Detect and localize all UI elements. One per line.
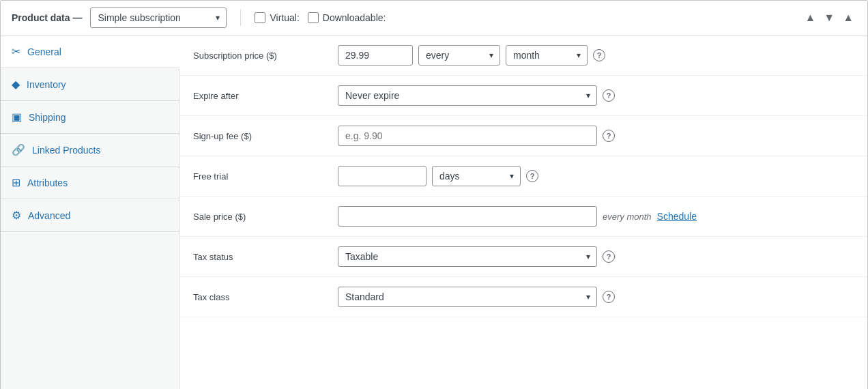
- expire-select[interactable]: Never expire 1 month 2 months 3 months 6…: [338, 85, 597, 106]
- subscription-price-control: every every 2 every 3 day week month yea…: [338, 45, 854, 66]
- downloadable-checkbox[interactable]: [308, 12, 319, 23]
- virtual-checkbox[interactable]: [255, 12, 265, 23]
- free-trial-label: Free trial: [193, 171, 330, 182]
- tax-status-select[interactable]: Taxable Shipping only None: [338, 246, 597, 267]
- product-type-wrapper[interactable]: Simple subscriptionVariable subscription…: [90, 8, 227, 28]
- tax-status-select-wrapper[interactable]: Taxable Shipping only None: [338, 246, 597, 267]
- signup-fee-row: Sign-up fee ($) ?: [179, 116, 867, 156]
- wrench-icon: ✂: [12, 45, 20, 58]
- days-select-wrapper[interactable]: days weeks months: [432, 166, 521, 186]
- arrow-expand-button[interactable]: ▲: [840, 10, 856, 25]
- tax-status-control: Taxable Shipping only None ?: [338, 246, 854, 267]
- sidebar-item-inventory[interactable]: ◆ Inventory: [1, 68, 179, 101]
- virtual-label: Virtual:: [270, 12, 299, 23]
- sidebar-item-general-label: General: [27, 46, 61, 57]
- subscription-price-help-icon: ?: [593, 49, 605, 61]
- days-select[interactable]: days weeks months: [432, 166, 521, 186]
- link-icon: 🔗: [12, 143, 25, 156]
- header-arrows: ▲ ▼ ▲: [802, 10, 856, 25]
- signup-fee-label: Sign-up fee ($): [193, 131, 330, 141]
- downloadable-checkbox-label[interactable]: Downloadable:: [308, 12, 386, 23]
- arrow-down-button[interactable]: ▼: [821, 10, 837, 25]
- subscription-price-input[interactable]: [338, 45, 413, 66]
- main-content: ✂ General ◆ Inventory ▣ Shipping 🔗 Linke…: [1, 35, 867, 389]
- sidebar-item-shipping-label: Shipping: [29, 112, 66, 123]
- sidebar-item-attributes-label: Attributes: [27, 177, 68, 188]
- expire-help-icon: ?: [603, 89, 615, 102]
- inventory-icon: ◆: [12, 78, 20, 91]
- arrow-up-button[interactable]: ▲: [802, 10, 818, 25]
- product-data-title: Product data —: [12, 12, 82, 23]
- every-select-wrapper[interactable]: every every 2 every 3: [418, 45, 500, 66]
- product-type-select[interactable]: Simple subscriptionVariable subscription…: [90, 8, 227, 28]
- expire-after-label: Expire after: [193, 91, 330, 101]
- schedule-link[interactable]: Schedule: [657, 211, 697, 222]
- free-trial-input[interactable]: [338, 166, 426, 186]
- gear-icon: ⚙: [12, 209, 21, 222]
- signup-fee-input[interactable]: [338, 126, 597, 146]
- sidebar-item-linked-products[interactable]: 🔗 Linked Products: [1, 134, 179, 167]
- sidebar-item-inventory-label: Inventory: [27, 79, 66, 90]
- sale-price-control: every month Schedule: [338, 206, 854, 227]
- sale-price-label: Sale price ($): [193, 212, 330, 222]
- product-data-header: Product data — Simple subscriptionVariab…: [1, 1, 867, 35]
- period-select-wrapper[interactable]: day week month year: [506, 45, 588, 66]
- tax-class-select[interactable]: Standard Reduced rate Zero rate: [338, 287, 597, 307]
- tax-class-select-wrapper[interactable]: Standard Reduced rate Zero rate: [338, 287, 597, 307]
- sidebar: ✂ General ◆ Inventory ▣ Shipping 🔗 Linke…: [1, 35, 179, 389]
- every-month-text: every month: [603, 212, 652, 222]
- every-select[interactable]: every every 2 every 3: [418, 45, 500, 66]
- sidebar-item-shipping[interactable]: ▣ Shipping: [1, 101, 179, 134]
- expire-select-wrapper[interactable]: Never expire 1 month 2 months 3 months 6…: [338, 85, 597, 106]
- downloadable-label: Downloadable:: [323, 12, 386, 23]
- free-trial-help-icon: ?: [526, 170, 538, 182]
- sidebar-item-linked-products-label: Linked Products: [32, 145, 100, 156]
- tax-status-row: Tax status Taxable Shipping only None ?: [179, 237, 867, 277]
- virtual-checkbox-label[interactable]: Virtual:: [255, 12, 299, 23]
- expire-after-row: Expire after Never expire 1 month 2 mont…: [179, 76, 867, 116]
- sale-price-input[interactable]: [338, 206, 597, 227]
- sidebar-item-attributes[interactable]: ⊞ Attributes: [1, 167, 179, 199]
- sidebar-item-advanced-label: Advanced: [28, 210, 70, 221]
- signup-fee-help-icon: ?: [603, 130, 615, 142]
- attributes-icon: ⊞: [12, 176, 20, 189]
- tax-status-help-icon: ?: [603, 250, 615, 263]
- free-trial-row: Free trial days weeks months ?: [179, 156, 867, 197]
- expire-after-control: Never expire 1 month 2 months 3 months 6…: [338, 85, 854, 106]
- subscription-price-label: Subscription price ($): [193, 51, 330, 61]
- tax-class-label: Tax class: [193, 292, 330, 302]
- free-trial-control: days weeks months ?: [338, 166, 854, 186]
- tax-status-label: Tax status: [193, 252, 330, 262]
- sidebar-item-advanced[interactable]: ⚙ Advanced: [1, 199, 179, 232]
- header-divider: [240, 10, 241, 26]
- period-select[interactable]: day week month year: [506, 45, 588, 66]
- tax-class-help-icon: ?: [603, 291, 615, 303]
- tax-class-control: Standard Reduced rate Zero rate ?: [338, 287, 854, 307]
- sale-price-row: Sale price ($) every month Schedule: [179, 197, 867, 237]
- signup-fee-control: ?: [338, 126, 854, 146]
- shipping-icon: ▣: [12, 111, 22, 124]
- subscription-price-row: Subscription price ($) every every 2 eve…: [179, 35, 867, 76]
- tax-class-row: Tax class Standard Reduced rate Zero rat…: [179, 277, 867, 317]
- sidebar-item-general[interactable]: ✂ General: [1, 35, 179, 68]
- form-area: Subscription price ($) every every 2 eve…: [179, 35, 867, 389]
